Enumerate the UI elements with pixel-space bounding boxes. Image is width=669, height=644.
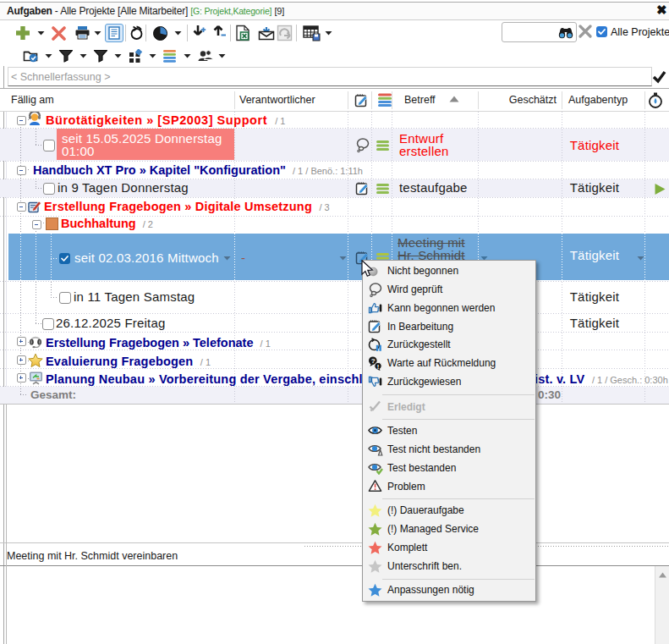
svg-text:!: ! [377,363,380,371]
svg-text:?: ? [371,357,376,365]
